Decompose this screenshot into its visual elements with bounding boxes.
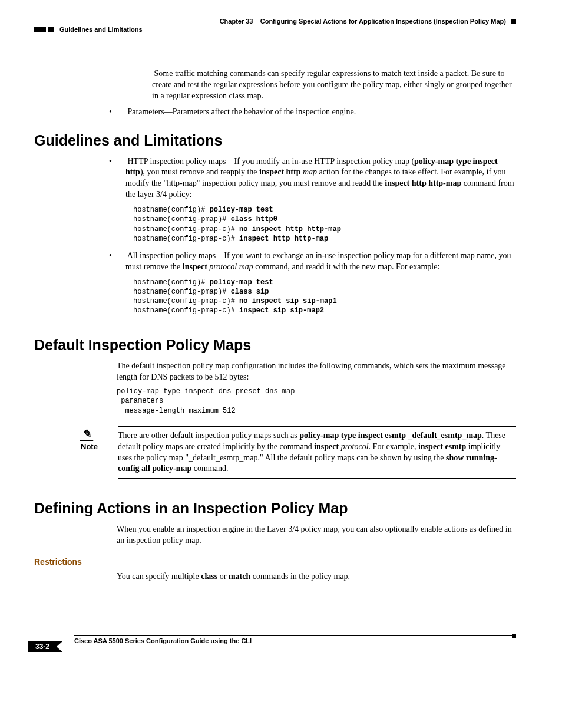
gb1-text: HTTP inspection policy maps—If you modif… (125, 157, 514, 199)
note-pen-icon: ✎ (80, 429, 95, 441)
page-footer: Cisco ASA 5500 Series Configuration Guid… (34, 635, 516, 644)
code-block-3: policy-map type inspect dns preset_dns_m… (117, 387, 516, 416)
intro-params-bullet: Parameters—Parameters affect the behavio… (125, 107, 516, 118)
note-body: There are other default inspection polic… (118, 426, 516, 479)
subsection-heading-restrictions: Restrictions (34, 557, 516, 566)
page-number: 33-2 (28, 641, 57, 652)
section-heading-default-maps: Default Inspection Policy Maps (34, 337, 516, 354)
intro-sub-bullet-text: Some traffic matching commands can speci… (152, 69, 512, 100)
chapter-number: Chapter 33 (220, 18, 253, 25)
chapter-title: Configuring Special Actions for Applicat… (260, 18, 506, 25)
guidelines-bullet-2: All inspection policy maps—If you want t… (125, 251, 516, 273)
footer-marker-icon (512, 634, 516, 638)
page-header: Chapter 33 Configuring Special Actions f… (34, 18, 516, 25)
footer-doc-title: Cisco ASA 5500 Series Configuration Guid… (74, 636, 516, 644)
defining-actions-paragraph: When you enable an inspection engine in … (117, 524, 516, 546)
running-section-title: Guidelines and Limitations (59, 26, 143, 33)
section-heading-guidelines: Guidelines and Limitations (34, 132, 516, 149)
gb2-text: All inspection policy maps—If you want t… (125, 251, 511, 271)
code-block-2: hostname(config)# policy-map test hostna… (133, 278, 516, 316)
intro-sub-bullet: Some traffic matching commands can speci… (152, 68, 516, 102)
default-maps-paragraph: The default inspection policy map config… (117, 361, 516, 383)
intro-params-bullet-text: Parameters—Parameters affect the behavio… (128, 107, 356, 116)
header-bar-icon (34, 27, 46, 32)
code-block-1: hostname(config)# policy-map test hostna… (133, 205, 516, 243)
section-heading-defining-actions: Defining Actions in an Inspection Policy… (34, 500, 516, 517)
guidelines-bullet-1: HTTP inspection policy maps—If you modif… (125, 156, 516, 201)
header-marker-icon (511, 19, 516, 24)
restrictions-paragraph: You can specify multiple class or match … (117, 571, 516, 582)
note-label: Note (81, 442, 98, 451)
note-block: ✎ Note There are other default inspectio… (80, 426, 516, 479)
header-square-icon (48, 27, 54, 32)
running-section-row: Guidelines and Limitations (34, 26, 516, 33)
